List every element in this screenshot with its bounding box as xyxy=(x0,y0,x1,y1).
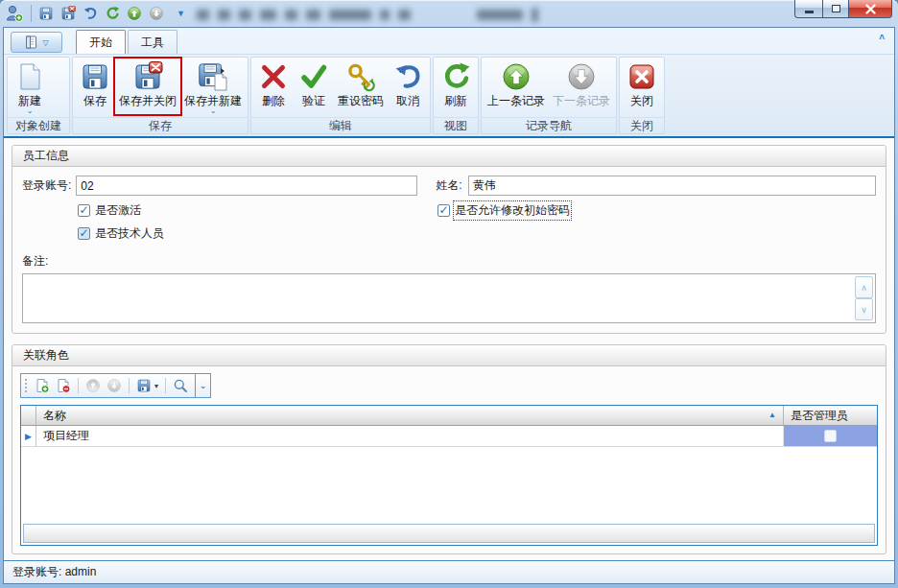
undo-icon[interactable] xyxy=(83,6,98,21)
employee-info-body: 登录账号: 姓名: ✓ 是否激活 xyxy=(12,167,886,333)
scroll-down-chevron-icon[interactable]: ∨ xyxy=(855,298,873,320)
toolbar-overflow-chevron-down-icon[interactable]: ⌄ xyxy=(195,374,210,397)
grid-column-header-is-admin[interactable]: 是否管理员 xyxy=(784,406,877,425)
delete-icon xyxy=(258,61,289,92)
chevron-down-icon: ▾ xyxy=(154,382,158,390)
save-and-new-icon xyxy=(198,61,228,92)
scroll-up-chevron-icon[interactable]: ∧ xyxy=(855,276,873,298)
grid-empty-area xyxy=(21,447,877,524)
close-x-icon xyxy=(864,3,877,15)
maximize-button[interactable] xyxy=(822,0,849,18)
new-button[interactable]: 新建 ⌄ xyxy=(10,59,50,116)
close-button[interactable] xyxy=(848,0,892,18)
minimize-button[interactable] xyxy=(794,0,823,18)
table-row[interactable]: ▶ 项目经理 xyxy=(21,426,877,447)
related-roles-group: 关联角色 ▾ xyxy=(12,344,886,554)
new-button-label: 新建 xyxy=(18,94,41,107)
related-roles-group-title: 关联角色 xyxy=(12,345,886,366)
main-content: 员工信息 登录账号: 姓名: ✓ 是否激活 xyxy=(4,138,894,560)
reset-password-button-label: 重设密码 xyxy=(338,94,384,107)
save-and-new-button[interactable]: 保存并新建 ⌄ xyxy=(180,59,246,116)
chevron-down-icon: ▽ xyxy=(42,38,48,47)
checkbox-checked-icon[interactable]: ✓ xyxy=(78,227,90,240)
qat-overflow-chevron-down-icon[interactable]: ▼ xyxy=(177,9,185,18)
cancel-button[interactable]: 取消 xyxy=(388,59,428,116)
checkbox-is-active[interactable]: ✓ 是否激活 xyxy=(78,202,432,219)
previous-record-button[interactable]: 上一条记录 xyxy=(484,59,549,116)
refresh-icon[interactable] xyxy=(105,6,120,21)
ribbon-group-save: 保存 保存并关闭 保存并新建 ⌄ 保存 xyxy=(72,57,248,134)
roles-grid: 名称 ▲ 是否管理员 ▶ 项目经理 xyxy=(20,405,878,546)
move-up-icon xyxy=(85,378,101,393)
remarks-label: 备注: xyxy=(22,253,876,270)
next-record-button-label: 下一条记录 xyxy=(553,94,610,107)
validate-button[interactable]: 验证 xyxy=(294,59,334,116)
name-input[interactable] xyxy=(468,176,876,196)
checkbox-is-technical-staff-label: 是否技术人员 xyxy=(95,225,164,242)
roles-toolbar: ▾ ⌄ xyxy=(20,373,211,398)
grid-footer-panel xyxy=(23,524,875,543)
save-button[interactable]: 保存 xyxy=(75,59,115,116)
tab-start[interactable]: 开始 xyxy=(76,30,126,54)
close-window-icon xyxy=(626,61,657,92)
application-window: ▼ ▽ xyxy=(0,0,898,588)
ribbon-group-label: 关闭 xyxy=(620,117,664,133)
status-bar: 登录账号: admin xyxy=(4,560,894,583)
cancel-undo-icon xyxy=(392,61,423,92)
ribbon-group-label: 记录导航 xyxy=(482,117,616,133)
remarks-scrollbar[interactable]: ∧ ∨ xyxy=(855,276,873,320)
previous-record-up-icon xyxy=(501,61,532,92)
find-magnifier-icon[interactable] xyxy=(173,378,188,393)
save-and-close-icon[interactable] xyxy=(60,6,76,21)
is-admin-cell-selected[interactable] xyxy=(784,426,877,446)
checkbox-is-active-label: 是否激活 xyxy=(95,202,141,219)
validate-check-icon xyxy=(298,61,329,92)
checkbox-checked-icon[interactable]: ✓ xyxy=(437,204,450,217)
new-document-icon xyxy=(14,61,45,92)
ribbon: ▽ 开始 工具 ^ 新建 ⌄ 对象创建 xyxy=(4,28,894,138)
login-account-input[interactable] xyxy=(76,176,417,196)
toolbar-save-dropdown-button[interactable]: ▾ xyxy=(136,378,158,393)
save-icon[interactable] xyxy=(136,378,152,393)
save-and-close-button[interactable]: 保存并关闭 xyxy=(115,59,180,116)
login-account-label: 登录账号: xyxy=(22,177,71,194)
refresh-button[interactable]: 刷新 xyxy=(436,59,476,116)
previous-record-button-label: 上一条记录 xyxy=(487,94,545,107)
remarks-textarea[interactable]: ∧ ∨ xyxy=(22,273,876,323)
delete-button[interactable]: 删除 xyxy=(253,59,294,116)
delete-button-label: 删除 xyxy=(262,94,285,107)
reset-password-button[interactable]: 重设密码 xyxy=(334,59,388,116)
app-menu-icon xyxy=(24,35,39,50)
toolbar-separator xyxy=(165,378,166,393)
related-roles-body: ▾ ⌄ 名称 ▲ 是否管理员 xyxy=(12,366,886,553)
checkbox-checked-icon[interactable]: ✓ xyxy=(78,204,90,217)
role-name-cell[interactable]: 项目经理 xyxy=(36,426,784,446)
window-controls xyxy=(795,0,892,18)
ribbon-group-label: 保存 xyxy=(73,117,248,133)
maximize-icon xyxy=(832,5,840,12)
save-icon[interactable] xyxy=(38,6,54,21)
add-row-icon[interactable] xyxy=(35,378,50,393)
close-form-button[interactable]: 关闭 xyxy=(622,59,662,116)
checkbox-is-technical-staff[interactable]: ✓ 是否技术人员 xyxy=(78,225,432,242)
sort-ascending-icon: ▲ xyxy=(768,406,776,425)
save-button-label: 保存 xyxy=(83,94,106,107)
grid-indicator-header xyxy=(21,406,36,425)
remove-row-icon[interactable] xyxy=(56,378,71,393)
ribbon-collapse-chevron-up-icon[interactable]: ^ xyxy=(879,34,885,44)
previous-record-icon[interactable] xyxy=(127,6,142,21)
grid-column-name-label: 名称 xyxy=(43,409,66,422)
tab-tools[interactable]: 工具 xyxy=(128,30,177,54)
application-menu-button[interactable]: ▽ xyxy=(11,32,62,53)
quick-access-toolbar: ▼ xyxy=(31,5,185,22)
checkbox-allow-change-initial-password[interactable]: ✓ 是否允许修改初始密码 xyxy=(437,202,876,219)
toolbar-grip-handle[interactable] xyxy=(24,378,28,393)
chevron-down-icon: ⌄ xyxy=(27,107,34,115)
checkbox-unchecked-icon[interactable] xyxy=(824,430,837,442)
grid-column-header-name[interactable]: 名称 ▲ xyxy=(36,406,784,425)
title-bar[interactable]: ▼ xyxy=(0,0,898,27)
next-record-icon[interactable] xyxy=(149,6,164,21)
ribbon-group-object-create: 新建 ⌄ 对象创建 xyxy=(7,57,70,134)
ribbon-group-edit: 删除 验证 重设密码 取消 xyxy=(250,57,431,134)
ribbon-group-record-navigation: 上一条记录 下一条记录 记录导航 xyxy=(481,57,617,134)
